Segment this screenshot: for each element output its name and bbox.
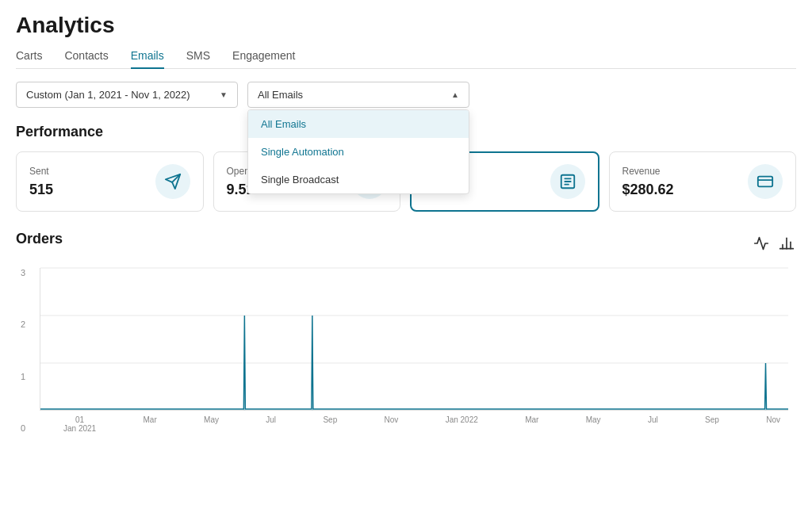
x-label-may2021: May (204, 415, 219, 433)
money-icon (748, 164, 783, 199)
orders-chart-title: Orders (16, 231, 63, 247)
y-label-3: 3 (21, 268, 25, 277)
date-filter-label: Custom (Jan 1, 2021 - Nov 1, 2022) (26, 89, 190, 101)
chart-y-labels: 0 1 2 3 (21, 268, 25, 433)
chart-area (40, 268, 788, 411)
document-icon (550, 164, 585, 199)
x-label-sep2021: Sep (323, 415, 337, 433)
tab-emails[interactable]: Emails (131, 49, 164, 68)
chart-wrapper: 0 1 2 3 (40, 268, 788, 433)
x-label-nov2022: Nov (766, 415, 780, 433)
x-label-jul2022: Jul (648, 415, 658, 433)
email-filter-container: All Emails ▲ All Emails Single Automatio… (247, 82, 469, 108)
email-filter-chevron: ▲ (451, 90, 459, 99)
card-sent-value: 515 (29, 182, 53, 198)
x-label-sep2022: Sep (705, 415, 719, 433)
tab-engagement[interactable]: Engagement (232, 49, 295, 68)
email-filter-label: All Emails (258, 89, 303, 101)
dropdown-item-single-broadcast[interactable]: Single Broadcast (248, 166, 469, 193)
card-sent: Sent 515 (16, 151, 204, 212)
tab-sms[interactable]: SMS (186, 49, 210, 68)
x-label-jul2021: Jul (266, 415, 276, 433)
send-icon (155, 164, 190, 199)
card-revenue-label: Revenue (622, 166, 674, 177)
dropdown-item-single-automation[interactable]: Single Automation (248, 138, 469, 166)
filters-row: Custom (Jan 1, 2021 - Nov 1, 2022) ▼ All… (16, 82, 796, 108)
bar-chart-icon[interactable] (777, 234, 796, 256)
date-filter-container: Custom (Jan 1, 2021 - Nov 1, 2022) ▼ (16, 82, 238, 108)
y-label-1: 1 (21, 372, 25, 381)
email-filter-dropdown: All Emails Single Automation Single Broa… (247, 109, 469, 194)
email-filter-button[interactable]: All Emails ▲ (247, 82, 469, 108)
page-title: Analytics (16, 13, 796, 38)
line-chart-icon[interactable] (752, 234, 771, 256)
x-label-mar2022: Mar (525, 415, 538, 433)
date-filter-chevron: ▼ (220, 90, 228, 99)
x-label-mar2021: Mar (143, 415, 156, 433)
tabs-nav: Carts Contacts Emails SMS Engagement (16, 49, 796, 69)
card-sent-label: Sent (29, 166, 53, 177)
card-revenue-value: $280.62 (622, 182, 674, 198)
date-filter-button[interactable]: Custom (Jan 1, 2021 - Nov 1, 2022) ▼ (16, 82, 238, 108)
orders-chart-section: Orders 0 1 2 3 (16, 231, 796, 433)
y-label-2: 2 (21, 319, 25, 329)
x-label-jan2021: 01 Jan 2021 (63, 415, 96, 433)
y-label-0: 0 (21, 423, 25, 433)
chart-controls (752, 234, 796, 256)
orders-header: Orders (16, 231, 796, 258)
x-label-may2022: May (586, 415, 601, 433)
x-label-nov2021: Nov (385, 415, 399, 433)
x-label-jan2022: Jan 2022 (446, 415, 478, 433)
dropdown-item-all-emails[interactable]: All Emails (248, 110, 469, 138)
tab-contacts[interactable]: Contacts (64, 49, 108, 68)
tab-carts[interactable]: Carts (16, 49, 42, 68)
svg-rect-6 (758, 177, 772, 187)
chart-x-labels: 01 Jan 2021 Mar May Jul Sep Nov (63, 415, 780, 433)
card-revenue: Revenue $280.62 (609, 151, 797, 212)
chart-svg (40, 268, 788, 411)
